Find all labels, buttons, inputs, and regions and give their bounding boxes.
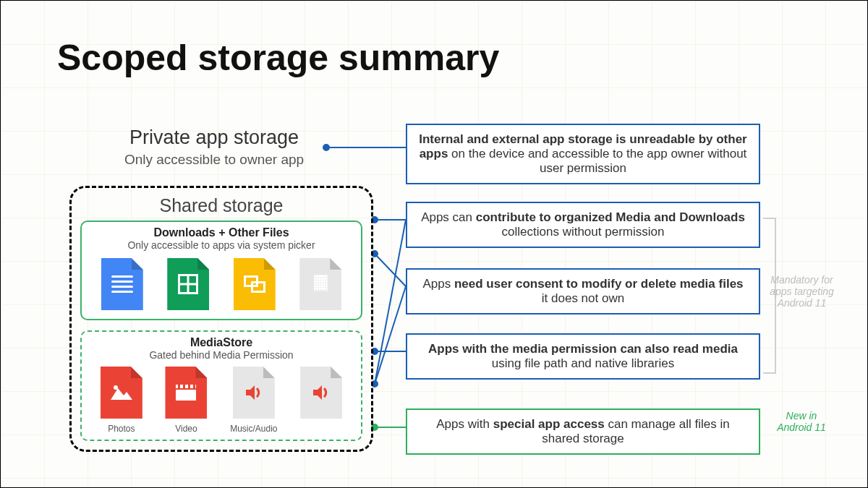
svg-rect-2: [176, 390, 196, 401]
private-heading: Private app storage: [69, 127, 359, 149]
desc-contribute: Apps can contribute to organized Media a…: [406, 202, 760, 248]
svg-rect-5: [183, 385, 185, 388]
photos-label: Photos: [101, 424, 142, 434]
video-item: Video: [165, 367, 207, 434]
d3-post: it does not own: [542, 291, 624, 305]
d3-bold: need user consent to modify or delete me…: [454, 277, 744, 291]
svg-point-1: [114, 385, 118, 390]
slides-file-icon: [234, 258, 276, 310]
svg-rect-6: [188, 385, 190, 388]
music-label-blank: [300, 424, 342, 434]
desc-private-rest: on the device and accessible to the app …: [448, 147, 746, 175]
mandatory-note: Mandatory for apps targeting Android 11: [767, 274, 836, 309]
downloads-icon-row: 𝄜: [89, 258, 354, 310]
svg-marker-8: [246, 385, 255, 400]
shared-storage-container: Shared storage Downloads + Other Files O…: [69, 186, 373, 452]
d4-post: using file path and native libraries: [492, 356, 674, 370]
video-icon: [165, 367, 207, 419]
photos-item: Photos: [101, 367, 142, 434]
d2-post: collections without permission: [502, 225, 665, 239]
audio-icon-2: [300, 367, 342, 419]
sheet-file-icon: [167, 258, 209, 310]
music-item-2: [300, 367, 342, 434]
d5-pre: Apps with: [436, 417, 493, 431]
d2-bold: contribute to organized Media and Downlo…: [476, 210, 745, 224]
video-label: Video: [165, 424, 207, 434]
shared-heading: Shared storage: [80, 195, 362, 216]
desc-special-access: Apps with special app access can manage …: [406, 408, 760, 455]
private-sub: Only accessible to owner app: [69, 152, 359, 168]
new-note: New in Android 11: [769, 410, 834, 433]
downloads-heading: Downloads + Other Files: [89, 226, 354, 239]
desc-consent: Apps need user consent to modify or dele…: [406, 268, 760, 314]
private-storage-header: Private app storage Only accessible to o…: [69, 127, 359, 168]
d3-pre: Apps: [422, 277, 454, 291]
svg-rect-7: [193, 385, 195, 388]
downloads-sub: Only accessible to apps via system picke…: [89, 239, 354, 251]
d2-pre: Apps can: [421, 210, 476, 224]
mediastore-heading: MediaStore: [89, 336, 354, 349]
downloads-box: Downloads + Other Files Only accessible …: [80, 221, 362, 320]
audio-icon-1: [233, 367, 275, 419]
doc-file-icon: [101, 258, 143, 310]
mediastore-box: MediaStore Gated behind Media Permission…: [80, 330, 362, 441]
desc-private: Internal and external app storage is unr…: [406, 124, 760, 184]
music-item-1: Music/Audio: [230, 367, 277, 434]
mediastore-sub: Gated behind Media Permission: [89, 349, 354, 361]
page-title: Scoped storage summary: [57, 37, 499, 79]
svg-marker-9: [313, 385, 322, 400]
photos-icon: [101, 367, 142, 419]
svg-rect-4: [178, 385, 180, 388]
d5-bold: special app access: [493, 417, 605, 431]
desc-read-media: Apps with the media permission can also …: [406, 333, 760, 380]
pdf-file-icon: 𝄜: [299, 258, 341, 310]
music-label: Music/Audio: [230, 424, 277, 434]
d4-bold: Apps with the media permission can also …: [428, 342, 738, 356]
svg-marker-0: [111, 388, 132, 400]
mediastore-icon-row: Photos Video Music/Audio: [89, 367, 354, 434]
